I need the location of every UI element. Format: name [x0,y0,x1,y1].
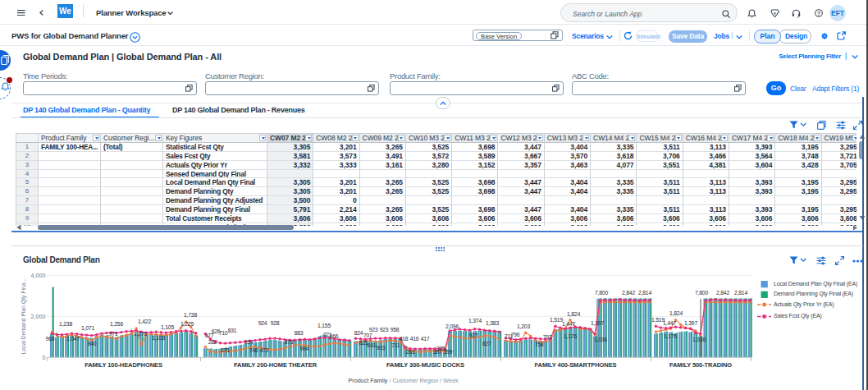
svg-text:1,155: 1,155 [318,323,331,328]
svg-text:1,519: 1,519 [550,317,563,323]
svg-text:FAMILY 300-MUSIC DOCKS: FAMILY 300-MUSIC DOCKS [386,361,464,369]
svg-text:FAMILY 100-HEADPHONES: FAMILY 100-HEADPHONES [85,361,162,369]
svg-text:2,814: 2,814 [638,290,651,296]
svg-text:1,047: 1,047 [66,336,80,342]
svg-text:1,036: 1,036 [594,337,607,342]
svg-text:Local Demand Plan Qty Fina...: Local Demand Plan Qty Fina... [21,278,27,355]
svg-text:FAMILY 500-TRADING: FAMILY 500-TRADING [669,361,732,369]
svg-text:Local Demand Plan Qty Final (E: Local Demand Plan Qty Final (EA) [774,281,857,287]
svg-text:968: 968 [46,336,55,342]
svg-text:1,422: 1,422 [138,319,151,324]
svg-text:1,071: 1,071 [81,325,94,331]
svg-text:2,096: 2,096 [445,323,459,329]
svg-text:873: 873 [285,339,294,345]
svg-text:2,842: 2,842 [622,290,635,296]
svg-text:1,108: 1,108 [152,335,165,341]
svg-text:1,824: 1,824 [669,310,683,316]
svg-text:399: 399 [444,349,453,355]
svg-text:2,000: 2,000 [31,313,46,320]
svg-text:Sales Fcst Qty (EA): Sales Fcst Qty (EA) [774,313,822,319]
svg-text:1,824: 1,824 [567,311,580,317]
svg-text:1,238: 1,238 [59,321,72,327]
svg-text:?: ? [817,11,820,16]
svg-text:923: 923 [380,327,389,333]
svg-text:1,203: 1,203 [517,323,530,329]
svg-text:1,105: 1,105 [161,324,174,330]
svg-text:472: 472 [260,347,269,353]
svg-text:827: 827 [482,341,491,346]
svg-text:0: 0 [43,354,46,361]
svg-text:1,383: 1,383 [486,320,499,326]
svg-text:2,842: 2,842 [716,290,729,296]
svg-text:958: 958 [391,327,400,333]
svg-text:397: 397 [433,349,442,355]
svg-text:Actuals Qty Prior Yr (EA): Actuals Qty Prior Yr (EA) [774,301,834,308]
svg-text:7,800: 7,800 [695,290,708,296]
svg-text:1,447: 1,447 [663,320,676,326]
svg-text:416: 416 [410,336,419,342]
svg-text:FAMILY 200-HOME THEATER: FAMILY 200-HOME THEATER [234,361,318,369]
svg-text:1,036: 1,036 [692,337,706,342]
svg-text:928: 928 [271,320,280,326]
svg-text:903: 903 [377,345,386,351]
svg-text:418: 418 [400,336,409,342]
svg-text:1,276: 1,276 [134,331,147,337]
svg-text:971: 971 [109,331,118,337]
svg-text:1,738: 1,738 [184,312,197,318]
svg-text:FAMILY 400-SMARTPHONES: FAMILY 400-SMARTPHONES [535,361,617,369]
svg-text:1,176: 1,176 [564,333,577,339]
svg-text:924: 924 [258,320,267,326]
svg-text:282: 282 [208,339,217,345]
svg-text:831: 831 [228,328,237,333]
svg-text:758: 758 [535,342,544,347]
svg-text:1,256: 1,256 [110,321,123,327]
svg-text:883: 883 [295,330,304,336]
svg-text:4,000: 4,000 [31,272,46,279]
svg-text:Demand Planning Qty Final (EA): Demand Planning Qty Final (EA) [774,291,853,297]
svg-text:1,176: 1,176 [664,333,677,339]
svg-text:711: 711 [391,342,400,348]
svg-text:1,397: 1,397 [684,320,697,326]
svg-text:927: 927 [469,333,478,338]
svg-text:7,800: 7,800 [595,290,608,296]
svg-text:746: 746 [249,347,258,353]
svg-text:793: 793 [543,334,552,340]
svg-text:666: 666 [330,333,339,339]
svg-text:923: 923 [369,327,378,333]
svg-text:840: 840 [88,341,97,346]
svg-text:Product Family / Customer Regi: Product Family / Customer Region / Week [348,377,458,384]
svg-text:796: 796 [511,332,520,337]
svg-text:1,374: 1,374 [468,318,482,323]
svg-text:417: 417 [421,336,430,342]
svg-text:375: 375 [221,347,230,353]
svg-text:824: 824 [354,330,363,336]
svg-text:2,814: 2,814 [734,290,747,296]
svg-text:994: 994 [300,346,309,351]
svg-text:641: 641 [368,342,377,348]
svg-text:1,447: 1,447 [562,321,575,327]
svg-text:710: 710 [219,330,228,336]
svg-text:834: 834 [244,339,254,345]
svg-text:1,225: 1,225 [180,321,194,327]
svg-text:707: 707 [363,333,372,338]
svg-text:1,397: 1,397 [591,320,604,326]
svg-text:283: 283 [406,349,415,355]
